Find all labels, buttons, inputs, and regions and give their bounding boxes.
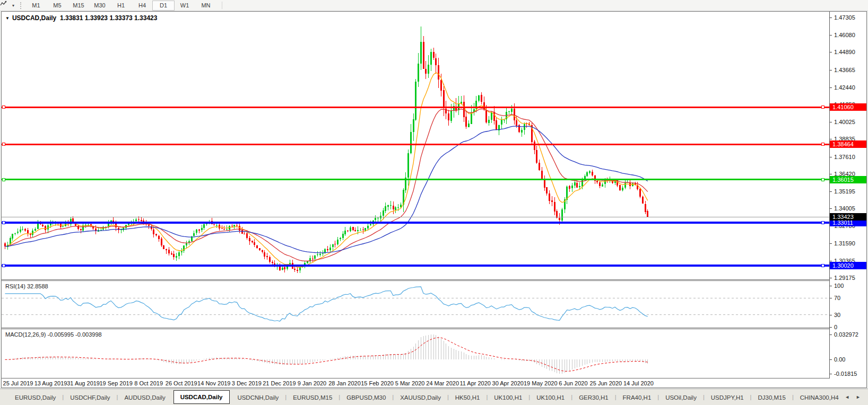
horizontal-line-1.38464[interactable] (2, 144, 829, 145)
tab-usdcad-daily[interactable]: USDCAD,Daily (173, 390, 230, 404)
price-chart-canvas[interactable] (2, 12, 829, 279)
macd-label: MACD(12,26,9) -0.005995 -0.003998 (5, 331, 102, 338)
date-label: 31 Aug 2019 (67, 380, 100, 386)
timeframe-button-m15[interactable]: M15 (68, 1, 89, 10)
line-handle[interactable] (821, 178, 824, 181)
tab-scroll-arrows: ◄ ► (845, 394, 868, 405)
tab-eurusd-daily[interactable]: EURUSD,Daily (8, 392, 62, 403)
price-badge: 1.36015 (830, 176, 866, 183)
macd-axis-label: 0.00 (834, 356, 845, 363)
horizontal-line-1.41060[interactable] (2, 107, 829, 108)
macd-axis-tick (830, 334, 832, 335)
tab-usdchf-daily[interactable]: USDCHF,Daily (64, 392, 116, 403)
date-label: 14 Jul 2020 (623, 380, 654, 386)
axis-tick-label: 1.34005 (834, 205, 855, 212)
date-label: 25 Jul 2019 (3, 380, 33, 386)
date-label: 19 May 2020 (524, 380, 558, 386)
current-price-line (2, 217, 829, 217)
line-handle[interactable] (821, 105, 824, 109)
main-price-pane[interactable]: ▼USDCAD,Daily 1.33831 1.33923 1.33373 1.… (2, 12, 829, 279)
tool-dropdown-icon[interactable]: ▾ (12, 3, 18, 8)
tab-audusd-daily[interactable]: AUDUSD,Daily (118, 392, 171, 403)
date-label: 25 Jun 2020 (590, 380, 622, 386)
collapse-triangle-icon[interactable]: ▼ (5, 16, 10, 21)
axis-tick (830, 35, 832, 36)
date-label: 3 Dec 2019 (232, 380, 262, 386)
chart-window: ▼USDCAD,Daily 1.33831 1.33923 1.33373 1.… (1, 11, 867, 388)
tab-eurusd-m15[interactable]: EURUSD,M15 (287, 392, 338, 403)
price-badge: 1.38464 (830, 140, 866, 148)
price-axis[interactable]: 1.473051.460801.448901.436651.424401.412… (829, 12, 866, 378)
date-label: 30 Apr 2020 (492, 380, 524, 386)
horizontal-line-1.30020[interactable] (2, 265, 829, 267)
timeframe-button-h4[interactable]: H4 (132, 1, 153, 10)
tab-hk50-h1[interactable]: HK50,H1 (449, 392, 487, 403)
tab-usdcnh-daily[interactable]: USDCNH,Daily (231, 392, 285, 403)
timeframe-button-mn[interactable]: MN (195, 1, 216, 10)
line-handle[interactable] (821, 143, 824, 146)
timeframe-buttons: M1M5M15M30H1H4D1W1MN (25, 1, 216, 10)
timeframe-button-m5[interactable]: M5 (47, 1, 68, 10)
axis-tick (830, 278, 832, 278)
tab-usoil-daily[interactable]: USOil,Daily (659, 392, 703, 403)
axis-tick (830, 122, 832, 122)
date-label: 26 Oct 2019 (166, 380, 197, 386)
axis-tick-label: 1.37610 (834, 154, 855, 160)
rsi-axis-label: 0 (834, 324, 837, 330)
axis-tick (830, 157, 832, 157)
axis-tick (830, 208, 832, 209)
timeframe-button-d1[interactable]: D1 (153, 1, 174, 10)
date-label: 11 Apr 2020 (459, 380, 491, 386)
axis-tick (830, 261, 832, 261)
chart-tabs: EURUSD,Daily|USDCHF,Daily|AUDUSD,Daily|U… (0, 389, 845, 405)
axis-tick (830, 174, 832, 174)
tab-uk100-h1[interactable]: UK100,H1 (530, 392, 571, 403)
line-handle[interactable] (821, 264, 824, 267)
rsi-pane[interactable]: RSI(14) 32.8588 (2, 281, 829, 328)
macd-canvas[interactable] (2, 329, 829, 378)
chart-title-symbol: USDCAD,Daily (12, 14, 56, 22)
tab-ger30-h1[interactable]: GER30,H1 (572, 392, 615, 403)
tab-dj30-m15[interactable]: DJ30,M15 (751, 392, 792, 403)
date-label: 5 Mar 2020 (395, 380, 425, 386)
axis-tick-label: 1.46080 (834, 32, 855, 38)
tab-usdjpy-h1[interactable]: USDJPY,H1 (705, 392, 750, 403)
date-axis[interactable]: 25 Jul 201913 Aug 201931 Aug 201919 Sep … (2, 378, 829, 388)
line-handle[interactable] (821, 221, 824, 224)
line-handle[interactable] (2, 221, 5, 224)
axis-tick-label: 1.42440 (834, 84, 855, 91)
date-label: 8 Oct 2019 (134, 380, 163, 386)
date-label: 13 Aug 2019 (34, 380, 67, 386)
timeframe-button-w1[interactable]: W1 (174, 1, 195, 10)
tab-scroll-right-icon[interactable]: ► (856, 394, 861, 400)
line-handle[interactable] (2, 178, 5, 181)
axis-tick-label: 1.44890 (834, 49, 855, 55)
axis-tick (830, 70, 832, 71)
date-label: 14 Nov 2019 (197, 380, 230, 386)
tab-uk100-h1[interactable]: UK100,H1 (488, 392, 528, 403)
timeframe-button-h1[interactable]: H1 (110, 1, 132, 10)
line-handle[interactable] (2, 264, 5, 267)
line-handle[interactable] (2, 143, 5, 146)
axis-tick-label: 1.47305 (834, 14, 855, 21)
macd-pane[interactable]: MACD(12,26,9) -0.005995 -0.003998 (2, 329, 829, 378)
timeframe-button-m30[interactable]: M30 (89, 1, 110, 10)
axis-tick (830, 243, 832, 244)
date-label: 24 Mar 2020 (426, 380, 459, 386)
tab-fra40-h1[interactable]: FRA40,H1 (617, 392, 658, 403)
polyline-tool-icon[interactable] (2, 1, 12, 10)
rsi-axis-label: 100 (834, 283, 844, 289)
horizontal-line-1.33011[interactable] (2, 222, 829, 224)
timeframe-button-m1[interactable]: M1 (25, 1, 47, 10)
horizontal-line-1.36015[interactable] (2, 179, 829, 180)
tab-china300-h4[interactable]: CHINA300,H4 (794, 392, 845, 403)
chart-title: ▼USDCAD,Daily 1.33831 1.33923 1.33373 1.… (5, 14, 157, 22)
rsi-label: RSI(14) 32.8588 (5, 283, 48, 289)
axis-tick (830, 191, 832, 192)
tab-gbpusd-m30[interactable]: GBPUSD,M30 (340, 392, 392, 403)
date-label: 6 Jun 2020 (559, 380, 587, 386)
tab-scroll-left-icon[interactable]: ◄ (845, 394, 849, 400)
rsi-canvas[interactable] (2, 281, 829, 328)
tab-xauusd-daily[interactable]: XAUUSD,Daily (394, 392, 447, 403)
line-handle[interactable] (2, 105, 5, 109)
